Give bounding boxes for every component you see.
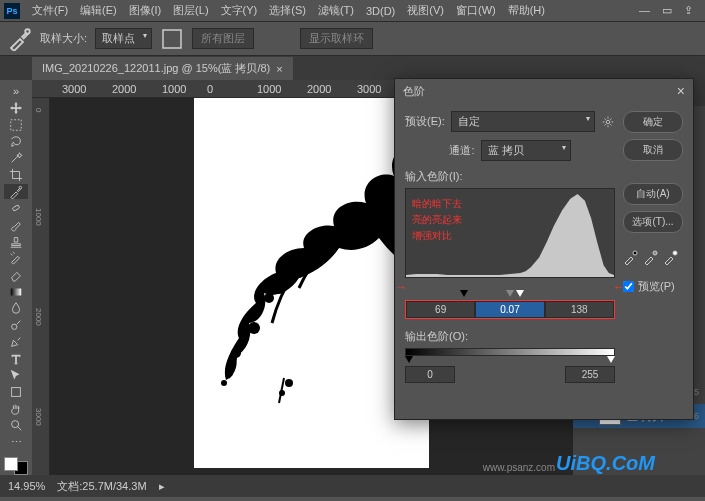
output-white-input[interactable] <box>565 366 615 383</box>
move-tool[interactable] <box>4 101 28 116</box>
watermark-url: www.psanz.com <box>483 462 555 473</box>
zoom-tool[interactable] <box>4 418 28 433</box>
dialog-title: 色阶 <box>403 84 425 99</box>
sample-layers-button[interactable]: 所有图层 <box>192 28 254 49</box>
ok-button[interactable]: 确定 <box>623 111 683 133</box>
svg-point-38 <box>606 120 610 124</box>
watermark-logo: UiBQ.CoM <box>556 452 655 475</box>
svg-point-0 <box>25 29 30 34</box>
svg-point-40 <box>653 251 657 255</box>
menu-edit[interactable]: 编辑(E) <box>74 3 123 18</box>
preset-label: 预设(E): <box>405 114 445 129</box>
lasso-tool[interactable] <box>4 134 28 149</box>
svg-point-6 <box>12 324 17 329</box>
marquee-tool[interactable] <box>4 117 28 132</box>
status-bar: 14.95% 文档:25.7M/34.3M ▸ <box>0 475 705 497</box>
white-eyedropper-icon[interactable] <box>663 249 679 265</box>
menu-layer[interactable]: 图层(L) <box>167 3 214 18</box>
dialog-titlebar[interactable]: 色阶 × <box>395 79 693 103</box>
svg-point-39 <box>633 251 637 255</box>
doc-info: 文档:25.7M/34.3M <box>57 479 146 494</box>
color-swatches[interactable] <box>4 457 28 475</box>
window-minimize-icon[interactable]: — <box>639 4 650 17</box>
black-eyedropper-icon[interactable] <box>623 249 639 265</box>
white-point-input[interactable] <box>545 301 614 318</box>
gray-eyedropper-icon[interactable] <box>643 249 659 265</box>
close-dialog-icon[interactable]: × <box>677 83 685 99</box>
white-point-slider[interactable] <box>516 290 524 297</box>
eyedropper-tool-icon <box>8 27 32 51</box>
document-tab-bar: IMG_20210226_122011.jpg @ 15%(蓝 拷贝/8) × <box>0 56 705 80</box>
menu-file[interactable]: 文件(F) <box>26 3 74 18</box>
input-levels-label: 输入色阶(I): <box>405 169 615 184</box>
cancel-button[interactable]: 取消 <box>623 139 683 161</box>
path-tool[interactable] <box>4 368 28 383</box>
window-restore-icon[interactable]: ▭ <box>662 4 672 17</box>
auto-button[interactable]: 自动(A) <box>623 183 683 205</box>
options-button[interactable]: 选项(T)... <box>623 211 683 233</box>
output-levels-label: 输出色阶(O): <box>405 329 615 344</box>
history-brush-tool[interactable] <box>4 251 28 266</box>
menu-window[interactable]: 窗口(W) <box>450 3 502 18</box>
annotation: 暗的暗下去 <box>412 197 462 211</box>
blur-tool[interactable] <box>4 301 28 316</box>
gradient-tool[interactable] <box>4 284 28 299</box>
menu-3d[interactable]: 3D(D) <box>360 5 401 17</box>
input-slider[interactable]: → ← <box>405 282 615 294</box>
menu-help[interactable]: 帮助(H) <box>502 3 551 18</box>
sample-icon[interactable] <box>160 27 184 51</box>
output-white-slider[interactable] <box>607 356 615 363</box>
ruler-vertical[interactable]: 0 1000 2000 3000 <box>32 98 50 475</box>
hand-tool[interactable] <box>4 401 28 416</box>
crop-tool[interactable] <box>4 168 28 183</box>
channel-dropdown[interactable]: 蓝 拷贝 <box>481 140 571 161</box>
menu-view[interactable]: 视图(V) <box>401 3 450 18</box>
svg-point-8 <box>12 421 19 428</box>
show-ring-button[interactable]: 显示取样环 <box>300 28 373 49</box>
gear-icon[interactable] <box>601 115 615 129</box>
preset-dropdown[interactable]: 自定 <box>451 111 595 132</box>
svg-point-3 <box>19 186 22 189</box>
black-point-input[interactable] <box>406 301 475 318</box>
pen-tool[interactable] <box>4 335 28 350</box>
close-tab-icon[interactable]: × <box>276 63 282 75</box>
menu-select[interactable]: 选择(S) <box>263 3 312 18</box>
more-tools[interactable]: ⋯ <box>4 435 28 450</box>
dodge-tool[interactable] <box>4 318 28 333</box>
menu-type[interactable]: 文字(Y) <box>215 3 264 18</box>
output-black-slider[interactable] <box>405 356 413 363</box>
output-values-row <box>405 366 615 383</box>
gamma-input[interactable] <box>475 301 544 318</box>
output-slider[interactable] <box>405 348 615 360</box>
doc-info-dropdown-icon[interactable]: ▸ <box>159 480 165 493</box>
eyedropper-tool[interactable] <box>4 184 28 199</box>
toolbox: » ⋯ <box>0 80 32 475</box>
eraser-tool[interactable] <box>4 268 28 283</box>
svg-point-16 <box>264 293 274 303</box>
svg-point-24 <box>359 215 369 225</box>
type-tool[interactable] <box>4 351 28 366</box>
brush-tool[interactable] <box>4 218 28 233</box>
annotation: 亮的亮起来 <box>412 213 462 227</box>
black-point-slider[interactable] <box>460 290 468 297</box>
arrow-icon: → <box>395 280 407 294</box>
wand-tool[interactable] <box>4 151 28 166</box>
expand-toolbox-icon[interactable]: » <box>4 84 28 99</box>
levels-dialog: 色阶 × 预设(E): 自定 通道: 蓝 拷贝 输入色阶(I): 暗的暗下去 亮… <box>394 78 694 420</box>
svg-rect-1 <box>163 30 181 48</box>
sample-size-dropdown[interactable]: 取样点 <box>95 28 152 49</box>
menu-filter[interactable]: 滤镜(T) <box>312 3 360 18</box>
shape-tool[interactable] <box>4 385 28 400</box>
menu-image[interactable]: 图像(I) <box>123 3 167 18</box>
options-bar: 取样大小: 取样点 所有图层 显示取样环 <box>0 22 705 56</box>
document-tab[interactable]: IMG_20210226_122011.jpg @ 15%(蓝 拷贝/8) × <box>32 57 293 80</box>
zoom-level[interactable]: 14.95% <box>8 480 45 492</box>
preview-checkbox-row[interactable]: 预览(P) <box>623 279 683 294</box>
fg-color-swatch[interactable] <box>4 457 18 471</box>
stamp-tool[interactable] <box>4 234 28 249</box>
gamma-slider[interactable] <box>506 290 514 297</box>
heal-tool[interactable] <box>4 201 28 216</box>
annotation: 增强对比 <box>412 229 452 243</box>
output-black-input[interactable] <box>405 366 455 383</box>
window-share-icon[interactable]: ⇪ <box>684 4 693 17</box>
